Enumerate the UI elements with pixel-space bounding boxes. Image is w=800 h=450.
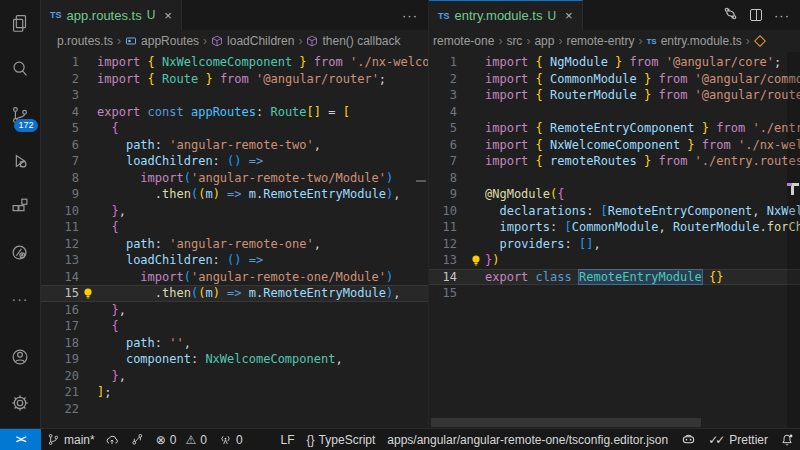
editor-right[interactable]: 1import { NgModule } from '@angular/core… — [429, 52, 800, 428]
code-line[interactable]: 11 imports: [CommonModule, RouterModule.… — [429, 219, 800, 236]
open-changes-icon[interactable] — [723, 6, 738, 25]
code-text: }, — [97, 368, 428, 385]
cube-symbol-icon — [211, 35, 223, 47]
code-line[interactable]: 7import { remoteRoutes } from './entry.r… — [429, 153, 800, 170]
code-text: import('angular-remote-one/Module') — [97, 269, 428, 286]
code-line[interactable]: 7 loadChildren: () => — [41, 153, 428, 170]
more-actions-icon[interactable]: ··· — [402, 8, 418, 23]
source-control-icon[interactable]: 172 — [0, 92, 41, 138]
formatter-item[interactable]: ✓✓ Prettier — [702, 429, 774, 450]
code-line[interactable]: 2import { Route } from '@angular/router'… — [41, 71, 428, 88]
breadcrumb-item[interactable]: src — [506, 34, 522, 48]
horizontal-scrollbar[interactable] — [431, 418, 701, 427]
code-line[interactable]: 1import { NxWelcomeComponent } from './n… — [41, 54, 428, 71]
code-line[interactable]: 3import { RouterModule } from '@angular/… — [429, 87, 800, 104]
notifications-item[interactable] — [774, 429, 800, 450]
code-line[interactable]: 4export const appRoutes: Route[] = [ — [41, 104, 428, 121]
code-text: }, — [97, 203, 428, 220]
line-number: 16 — [41, 302, 79, 319]
code-line[interactable]: 8 — [429, 170, 800, 187]
breadcrumb-separator: › — [742, 34, 754, 48]
breadcrumb-item[interactable]: TSentry.module.ts — [646, 34, 741, 48]
extensions-icon[interactable] — [0, 184, 41, 230]
breadcrumb-label: remote-one — [433, 34, 494, 48]
remote-indicator[interactable]: >< — [0, 429, 41, 450]
tab-app-routes[interactable]: TS app.routes.ts U × — [41, 0, 182, 30]
breadcrumb-item[interactable]: then() callback — [306, 34, 400, 48]
line-number: 12 — [429, 236, 457, 253]
code-line[interactable]: 19 component: NxWelcomeComponent, — [41, 351, 428, 368]
code-line[interactable]: 5 { — [41, 120, 428, 137]
line-number: 13 — [41, 252, 79, 269]
close-icon[interactable]: × — [565, 8, 573, 23]
breadcrumb-item[interactable]: p.routes.ts — [57, 34, 113, 48]
more-activity-icon[interactable]: ··· — [0, 276, 41, 322]
line-number: 2 — [41, 71, 79, 88]
tab-entry-module[interactable]: TS entry.module.ts U × — [429, 0, 583, 30]
code-line[interactable]: 14export class RemoteEntryModule {} — [429, 269, 800, 286]
code-line[interactable]: 12 path: 'angular-remote-one', — [41, 236, 428, 253]
run-debug-icon[interactable] — [0, 138, 41, 184]
nx-console-icon[interactable] — [0, 230, 41, 276]
code-line[interactable]: 9@NgModule({ — [429, 186, 800, 203]
code-line[interactable]: 16 }, — [41, 302, 428, 319]
copilot-item[interactable] — [675, 429, 702, 450]
breadcrumb-item[interactable]: remote-entry — [566, 34, 634, 48]
line-number: 4 — [41, 104, 79, 121]
code-line[interactable]: 3 — [41, 87, 428, 104]
eol-item[interactable]: LF — [275, 429, 301, 450]
explorer-icon[interactable] — [0, 0, 41, 46]
code-line[interactable]: 22 — [41, 401, 428, 418]
code-line[interactable]: 20 }, — [41, 368, 428, 385]
code-line[interactable]: 2import { CommonModule } from '@angular/… — [429, 71, 800, 88]
settings-gear-icon[interactable] — [0, 380, 41, 426]
code-line[interactable]: 12 providers: [], — [429, 236, 800, 253]
breadcrumb-item[interactable]: app — [534, 34, 554, 48]
line-number: 18 — [41, 335, 79, 352]
breadcrumb-item[interactable]: appRoutes — [125, 34, 199, 48]
code-line[interactable]: 4 — [429, 104, 800, 121]
check-double-icon: ✓✓ — [708, 433, 722, 447]
accounts-icon[interactable] — [0, 334, 41, 380]
scrollbar-gutter[interactable] — [787, 52, 800, 428]
tsconfig-item[interactable]: apps/angular/angular-remote-one/tsconfig… — [381, 429, 674, 450]
ts-symbol-icon: TS — [646, 37, 656, 46]
breadcrumb-label: app — [534, 34, 554, 48]
code-line[interactable]: 15 — [429, 285, 800, 302]
breadcrumb-item[interactable] — [754, 35, 770, 47]
code-line[interactable]: 10 }, — [41, 203, 428, 220]
search-icon[interactable] — [0, 46, 41, 92]
code-line[interactable]: 6import { NxWelcomeComponent } from './n… — [429, 137, 800, 154]
line-number: 9 — [429, 186, 457, 203]
code-line[interactable]: 8 import('angular-remote-two/Module') — [41, 170, 428, 187]
breadcrumb-separator: › — [199, 34, 211, 48]
code-line[interactable]: 5import { RemoteEntryComponent } from '.… — [429, 120, 800, 137]
breadcrumb-label: remote-entry — [566, 34, 634, 48]
line-number: 5 — [429, 120, 457, 137]
code-line[interactable]: 18 path: '', — [41, 335, 428, 352]
close-icon[interactable]: × — [164, 8, 172, 23]
language-item[interactable]: {} TypeScript — [301, 429, 382, 450]
code-text: path: 'angular-remote-two', — [97, 137, 428, 154]
code-line[interactable]: 13}) — [429, 252, 800, 269]
code-text: loadChildren: () => — [97, 153, 428, 170]
breadcrumb-item[interactable]: loadChildren — [211, 34, 294, 48]
code-line[interactable]: 9 .then((m) => m.RemoteEntryModule), — [41, 186, 428, 203]
code-line[interactable]: 1import { NgModule } from '@angular/core… — [429, 54, 800, 71]
breadcrumb-item[interactable]: remote-one — [433, 34, 494, 48]
code-line[interactable]: 21]; — [41, 384, 428, 401]
git-branch-item[interactable]: main* — [41, 429, 125, 450]
code-line[interactable]: 17 { — [41, 318, 428, 335]
code-line[interactable]: 11 { — [41, 219, 428, 236]
editor-left[interactable]: 1import { NxWelcomeComponent } from './n… — [41, 52, 428, 428]
code-line[interactable]: 6 path: 'angular-remote-two', — [41, 137, 428, 154]
ports-item[interactable]: 0 — [213, 429, 249, 450]
code-line[interactable]: 14 import('angular-remote-one/Module') — [41, 269, 428, 286]
more-actions-icon[interactable]: ··· — [774, 8, 790, 23]
nx-cloud-item[interactable] — [125, 429, 150, 450]
code-line[interactable]: 10 declarations: [RemoteEntryComponent, … — [429, 203, 800, 220]
code-line[interactable]: 15 .then((m) => m.RemoteEntryModule), — [41, 285, 428, 302]
problems-item[interactable]: ⊗ 0 ⚠ 0 — [150, 429, 213, 450]
code-line[interactable]: 13 loadChildren: () => — [41, 252, 428, 269]
split-editor-icon[interactable] — [750, 9, 762, 21]
